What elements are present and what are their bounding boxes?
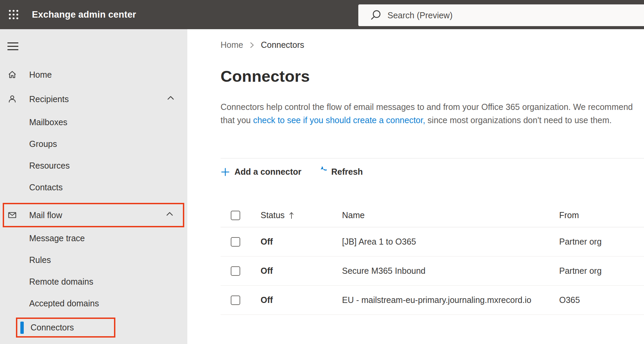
row-status: Off xyxy=(261,237,342,247)
top-bar: Exchange admin center xyxy=(0,0,644,29)
search-icon xyxy=(370,9,382,21)
sidebar-item-label: Connectors xyxy=(31,323,74,332)
table-row[interactable]: Off Secure M365 Inbound Partner org xyxy=(221,256,644,286)
sidebar-item-rules[interactable]: Rules xyxy=(0,249,187,271)
sidebar-item-connectors[interactable]: Connectors xyxy=(16,318,115,338)
chevron-right-icon xyxy=(250,42,254,49)
add-connector-label: Add a connector xyxy=(234,167,301,177)
page-title: Connectors xyxy=(221,67,644,85)
main-content: Home Connectors Connectors Connectors he… xyxy=(187,29,644,344)
sidebar-item-resources[interactable]: Resources xyxy=(0,155,187,176)
table-row[interactable]: Off [JB] Area 1 to O365 Partner org xyxy=(221,227,644,256)
toolbar: Add a connector Refresh xyxy=(221,158,644,186)
row-checkbox[interactable] xyxy=(231,266,240,276)
breadcrumb-current: Connectors xyxy=(261,40,304,50)
envelope-icon xyxy=(7,210,17,220)
table-header-row: Status Name From xyxy=(221,204,644,227)
chevron-up-icon[interactable] xyxy=(166,94,175,104)
row-name[interactable]: [JB] Area 1 to O365 xyxy=(342,237,559,247)
app-title: Exchange admin center xyxy=(32,9,136,20)
refresh-icon xyxy=(316,167,327,177)
sidebar-item-mail-flow[interactable]: Mail flow xyxy=(3,203,184,227)
refresh-button[interactable]: Refresh xyxy=(316,167,363,177)
row-from: Partner org xyxy=(559,237,644,247)
app-launcher-button[interactable] xyxy=(4,5,23,24)
sidebar-item-label: Contacts xyxy=(29,183,63,192)
create-connector-link[interactable]: check to see if you should create a conn… xyxy=(253,115,425,125)
sort-ascending-icon xyxy=(289,211,294,219)
nav-toggle-button[interactable] xyxy=(7,41,21,51)
row-from: O365 xyxy=(559,295,644,305)
column-header-name[interactable]: Name xyxy=(342,210,559,220)
breadcrumb-home-link[interactable]: Home xyxy=(221,40,243,50)
connectors-table: Status Name From Off [JB] Area 1 to O365… xyxy=(221,204,644,315)
sidebar-item-recipients[interactable]: Recipients xyxy=(0,87,187,111)
nav-list: Home Recipients Mailboxes Groups Resourc… xyxy=(0,62,187,338)
row-status: Off xyxy=(261,295,342,305)
sidebar-item-label: Groups xyxy=(29,139,57,149)
description-text-after: since most organizations don't need to u… xyxy=(425,115,612,125)
plus-icon xyxy=(221,167,230,177)
row-checkbox[interactable] xyxy=(231,295,240,305)
row-status: Off xyxy=(261,266,342,276)
sidebar-item-home[interactable]: Home xyxy=(0,62,187,87)
table-row[interactable]: Off EU - mailstream-eu-primary.journalin… xyxy=(221,286,644,315)
row-name[interactable]: EU - mailstream-eu-primary.journaling.mx… xyxy=(342,295,559,305)
sidebar-item-label: Mail flow xyxy=(29,210,165,220)
sidebar-item-label: Resources xyxy=(29,161,70,171)
page-description: Connectors help control the flow of emai… xyxy=(221,100,633,127)
refresh-label: Refresh xyxy=(331,167,363,177)
sidebar-item-label: Accepted domains xyxy=(29,299,99,308)
selected-indicator-bar xyxy=(20,322,24,334)
row-name[interactable]: Secure M365 Inbound xyxy=(342,266,559,276)
sidebar-item-label: Home xyxy=(29,70,183,80)
search-box[interactable] xyxy=(358,4,644,26)
sidebar-item-accepted-domains[interactable]: Accepted domains xyxy=(0,292,187,314)
sidebar-item-groups[interactable]: Groups xyxy=(0,133,187,155)
sidebar-item-label: Mailboxes xyxy=(29,117,68,127)
chevron-up-icon[interactable] xyxy=(165,210,174,221)
breadcrumb: Home Connectors xyxy=(221,29,644,50)
home-icon xyxy=(7,70,17,79)
sidebar-item-contacts[interactable]: Contacts xyxy=(0,176,187,198)
waffle-grid-icon xyxy=(8,9,19,20)
person-icon xyxy=(7,94,17,104)
column-header-from[interactable]: From xyxy=(559,210,644,220)
hamburger-icon xyxy=(7,42,18,43)
status-header-label: Status xyxy=(261,210,285,220)
column-header-status[interactable]: Status xyxy=(261,210,342,220)
sidebar-item-mailboxes[interactable]: Mailboxes xyxy=(0,111,187,133)
sidebar-item-message-trace[interactable]: Message trace xyxy=(0,227,187,249)
search-input[interactable] xyxy=(387,11,564,20)
row-from: Partner org xyxy=(559,266,644,276)
sidebar-item-remote-domains[interactable]: Remote domains xyxy=(0,271,187,292)
sidebar-item-label: Rules xyxy=(29,255,51,265)
sidebar-item-label: Recipients xyxy=(29,94,166,104)
add-connector-button[interactable]: Add a connector xyxy=(221,167,301,177)
sidebar-item-label: Remote domains xyxy=(29,277,93,287)
left-nav-sidebar: Home Recipients Mailboxes Groups Resourc… xyxy=(0,29,187,344)
select-all-checkbox[interactable] xyxy=(231,211,240,220)
row-checkbox[interactable] xyxy=(231,237,240,247)
sidebar-item-label: Message trace xyxy=(29,233,85,243)
